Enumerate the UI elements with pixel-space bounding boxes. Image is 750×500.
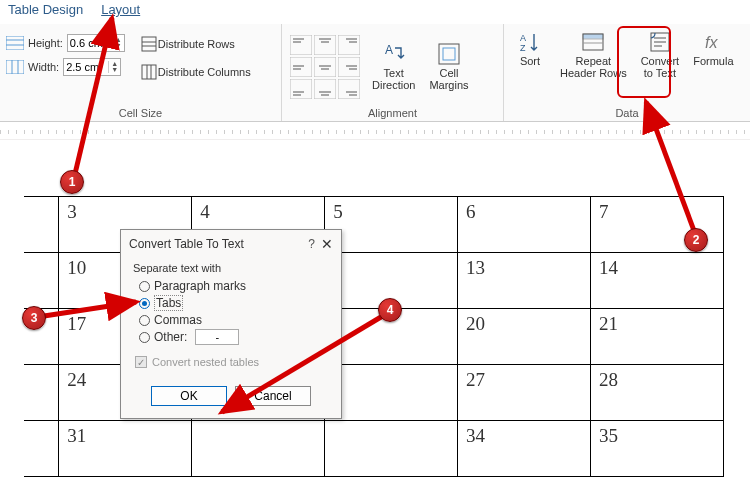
svg-rect-33 [314, 79, 336, 99]
repeat-header-icon [581, 30, 605, 54]
table-cell[interactable] [24, 197, 59, 253]
table-cell[interactable] [24, 421, 59, 477]
distribute-columns-button[interactable]: Distribute Columns [137, 62, 255, 82]
table-cell[interactable]: 35 [591, 421, 724, 477]
radio-tabs[interactable]: Tabs [133, 294, 329, 312]
column-width-icon [6, 60, 24, 74]
cell-margins-button[interactable]: Cell Margins [425, 40, 472, 93]
dialog-close-button[interactable]: ✕ [321, 236, 333, 252]
align-tl-icon[interactable] [290, 35, 312, 55]
column-width-control[interactable]: Width: ▲▼ [6, 58, 125, 76]
group-label-cell-size: Cell Size [6, 105, 275, 119]
ok-button[interactable]: OK [151, 386, 227, 406]
table-cell[interactable]: 20 [458, 309, 591, 365]
radio-icon [139, 298, 150, 309]
repeat-header-rows-button[interactable]: Repeat Header Rows [556, 28, 631, 81]
horizontal-ruler [0, 122, 750, 140]
table-cell[interactable]: 34 [458, 421, 591, 477]
checkbox-label: Convert nested tables [152, 356, 259, 368]
align-bc-icon[interactable] [314, 79, 336, 99]
text-direction-button[interactable]: A Text Direction [368, 40, 419, 93]
align-bl-icon[interactable] [290, 79, 312, 99]
distribute-rows-icon [141, 36, 157, 52]
sort-button[interactable]: AZ Sort [510, 28, 550, 69]
row-height-spinner[interactable]: ▲▼ [67, 34, 125, 52]
other-separator-input[interactable] [195, 329, 239, 345]
row-height-icon [6, 36, 24, 50]
alignment-grid[interactable] [288, 33, 362, 101]
sort-icon: AZ [518, 30, 542, 54]
column-width-spinner[interactable]: ▲▼ [63, 58, 121, 76]
svg-rect-3 [6, 60, 24, 74]
svg-text:fx: fx [705, 34, 718, 51]
table-cell[interactable]: 5 [325, 197, 458, 253]
radio-other[interactable]: Other: [133, 328, 329, 346]
convert-to-text-icon [648, 30, 672, 54]
annotation-badge-1: 1 [60, 170, 84, 194]
distribute-rows-label: Distribute Rows [158, 38, 235, 50]
table-cell[interactable]: 13 [458, 253, 591, 309]
ribbon: Height: ▲▼ Width: ▲▼ [0, 24, 750, 122]
formula-button[interactable]: fx Formula [689, 28, 737, 69]
radio-icon [139, 315, 150, 326]
svg-text:Z: Z [520, 43, 526, 53]
group-label-data: Data [510, 105, 744, 119]
svg-rect-45 [583, 34, 603, 39]
svg-rect-0 [6, 36, 24, 50]
convert-table-to-text-dialog: Convert Table To Text ? ✕ Separate text … [120, 229, 342, 419]
table-cell[interactable] [325, 421, 458, 477]
cell-margins-label: Cell Margins [429, 67, 468, 91]
convert-to-text-button[interactable]: Convert to Text [637, 28, 684, 81]
radio-label: Commas [154, 313, 202, 327]
table-cell[interactable]: 28 [591, 365, 724, 421]
radio-icon [139, 332, 150, 343]
table-cell[interactable]: 14 [591, 253, 724, 309]
align-mc-icon[interactable] [314, 57, 336, 77]
formula-label: Formula [693, 55, 733, 67]
table-cell[interactable]: 27 [458, 365, 591, 421]
table-cell[interactable] [325, 365, 458, 421]
sort-label: Sort [520, 55, 540, 67]
group-cell-size: Height: ▲▼ Width: ▲▼ [0, 24, 282, 121]
radio-label: Other: [154, 330, 187, 344]
tab-layout[interactable]: Layout [101, 2, 140, 22]
svg-rect-6 [142, 37, 156, 51]
repeat-header-label: Repeat Header Rows [560, 55, 627, 79]
group-label-alignment: Alignment [288, 105, 497, 119]
table-row: 31 34 35 [24, 421, 724, 477]
cancel-button[interactable]: Cancel [235, 386, 311, 406]
column-width-label: Width: [28, 61, 59, 73]
radio-label: Paragraph marks [154, 279, 246, 293]
svg-text:A: A [520, 33, 526, 43]
tab-table-design[interactable]: Table Design [8, 2, 83, 22]
align-br-icon[interactable] [338, 79, 360, 99]
radio-paragraph-marks[interactable]: Paragraph marks [133, 278, 329, 294]
table-cell[interactable]: 21 [591, 309, 724, 365]
svg-rect-36 [338, 79, 360, 99]
convert-to-text-label: Convert to Text [641, 55, 680, 79]
formula-icon: fx [701, 30, 725, 54]
annotation-badge-3: 3 [22, 306, 46, 330]
row-height-control[interactable]: Height: ▲▼ [6, 34, 125, 52]
distribute-rows-button[interactable]: Distribute Rows [137, 34, 255, 54]
table-cell[interactable] [24, 253, 59, 309]
align-ml-icon[interactable] [290, 57, 312, 77]
svg-rect-12 [290, 35, 312, 55]
table-cell[interactable] [24, 365, 59, 421]
dialog-help-button[interactable]: ? [308, 237, 315, 251]
convert-nested-tables-checkbox: ✓ Convert nested tables [133, 356, 329, 368]
align-tc-icon[interactable] [314, 35, 336, 55]
column-width-input[interactable] [64, 61, 108, 73]
align-tr-icon[interactable] [338, 35, 360, 55]
text-direction-label: Text Direction [372, 67, 415, 91]
row-height-label: Height: [28, 37, 63, 49]
align-mr-icon[interactable] [338, 57, 360, 77]
dialog-titlebar[interactable]: Convert Table To Text ? ✕ [121, 230, 341, 258]
table-cell[interactable]: 6 [458, 197, 591, 253]
radio-label: Tabs [154, 295, 183, 311]
radio-commas[interactable]: Commas [133, 312, 329, 328]
table-cell[interactable]: 31 [59, 421, 192, 477]
cell-margins-icon [437, 42, 461, 66]
row-height-input[interactable] [68, 37, 112, 49]
table-cell[interactable] [192, 421, 325, 477]
